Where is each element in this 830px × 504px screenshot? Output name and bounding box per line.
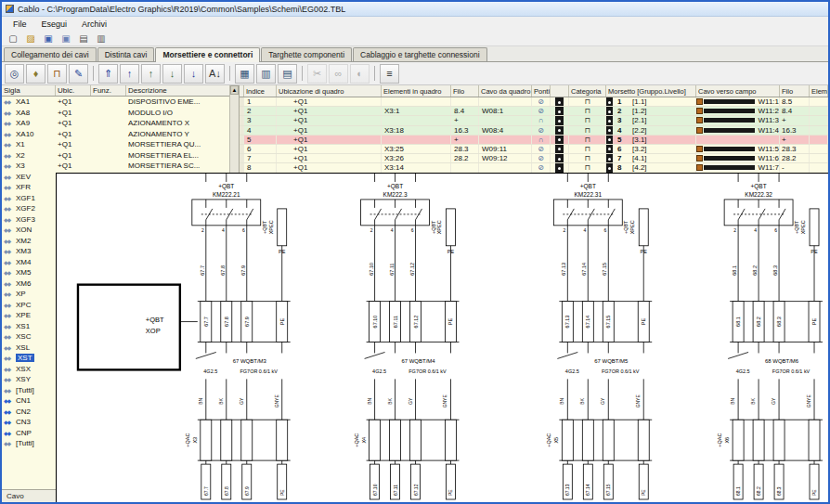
svg-text:+QAC: +QAC [717, 433, 722, 447]
strip-view-1-icon: ▦ [240, 68, 249, 80]
bridge-icon: ∩ [532, 116, 550, 124]
strip-view-3-button[interactable]: ▤ [278, 64, 297, 84]
open-folder-button[interactable]: ▨ [22, 32, 39, 45]
move-bottom-button[interactable]: ↓ [184, 64, 203, 84]
list-item-label: XST [16, 354, 34, 362]
list-item[interactable]: ◆◆XA1+Q1DISPOSITIVO EME... [2, 97, 239, 108]
new-document-button[interactable]: ▢ [5, 32, 21, 45]
list-item[interactable]: ◆◆XA8+Q1MODULO I/O [2, 108, 239, 119]
terminal-edit-button[interactable]: ⊓ [47, 64, 67, 84]
column-header-morsetto[interactable]: Morsetto [Gruppo.Livello] [606, 85, 696, 97]
tab-distinta-cavi[interactable]: Distinta cavi [97, 47, 155, 61]
list-item-sigla: ◆◆XPC [2, 301, 56, 309]
meter-button[interactable]: ◐ [350, 64, 370, 84]
svg-text:68.2: 68.2 [752, 265, 758, 276]
list-item-label: XON [16, 226, 32, 234]
terminal-strip-icon: ◆◆ [4, 226, 16, 233]
menu-item-file[interactable]: File [6, 19, 34, 30]
filter-top-button[interactable]: ⇑ [98, 64, 118, 84]
list-item-sigla: ◆◆XGF1 [2, 194, 56, 202]
save-button[interactable]: ▣ [40, 32, 57, 45]
cell-indice: 3 [244, 116, 277, 124]
cell-cat: ⊓ [569, 107, 606, 115]
list-item-sigla: ◆◆XPE [2, 311, 56, 319]
table-row[interactable]: 7+Q1X3:2628.2W09:12⊘⊓7[4.1]W11:628.2 [240, 154, 828, 163]
left-header-sigla[interactable]: Sigla [2, 85, 56, 96]
table-row[interactable]: 5+Q1+∩⊓5[3.1]+ [240, 136, 828, 145]
move-down-button[interactable]: ↓ [162, 64, 182, 84]
cell-cat: ⊓ [569, 116, 606, 124]
column-header-cverso[interactable]: Cavo verso campo [696, 85, 780, 97]
column-header-indice[interactable]: Indice [244, 85, 277, 97]
table-row[interactable]: 2+Q1X3:18.4W08:1⊘⊓2[1.2]W11:28.4 [240, 107, 828, 116]
list-item-label: [Tutti] [16, 439, 34, 447]
terminal-number: 8 [617, 163, 632, 172]
left-header-funz[interactable]: Funz. [91, 85, 126, 96]
list-item-descr: DISPOSITIVO EME... [126, 97, 239, 106]
column-header-ponti[interactable]: Ponti [532, 85, 551, 97]
list-item-label: XA9 [16, 119, 30, 127]
list-item[interactable]: ◆◆X2+Q1MORSETTIERA EL... [2, 150, 239, 162]
link-button[interactable]: ∞ [329, 64, 348, 84]
terminal-group-level: [3.2] [632, 145, 647, 153]
cut-button[interactable]: ✂ [307, 64, 327, 84]
print-preview-button[interactable]: ▥ [93, 32, 110, 45]
tab-targhette-componenti[interactable]: Targhette componenti [261, 47, 352, 61]
move-down-icon: ↓ [170, 68, 175, 79]
strip-view-1-button[interactable]: ▦ [235, 64, 254, 84]
left-header-descrizione[interactable]: Descrizione [126, 85, 239, 96]
stamp-button[interactable]: ♦ [26, 64, 45, 84]
table-row[interactable]: 6+Q1X3:2528.3W09:11⊘⊓6[3.2]W11:528.3 [240, 145, 828, 154]
menu-button[interactable]: ≡ [380, 64, 399, 84]
column-header-elem[interactable]: Elementi in quadro [382, 85, 451, 97]
cell-cavo: W09:12 [479, 154, 532, 162]
terminal-graphic [606, 163, 613, 172]
print-button[interactable]: ▤ [75, 32, 92, 45]
column-header-eleme[interactable]: Eleme [810, 85, 828, 97]
svg-text:PE: PE [279, 318, 285, 326]
terminal-block-graphic [555, 163, 564, 172]
column-header-cavo[interactable]: Cavo da quadro [479, 85, 532, 97]
move-top-button[interactable]: ↑ [120, 64, 139, 84]
column-header-bridge[interactable] [551, 85, 569, 97]
terminal-number: 3 [617, 116, 632, 124]
svg-text:67.14: 67.14 [585, 316, 590, 329]
pencil-button[interactable]: ✎ [69, 64, 88, 84]
strip-view-2-button[interactable]: ▥ [256, 64, 276, 84]
svg-text:FG7OR 0.6/1 kV: FG7OR 0.6/1 kV [409, 368, 447, 374]
list-item-label: XSY [16, 375, 31, 383]
move-up-button[interactable]: ↑ [141, 64, 161, 84]
table-row[interactable]: 4+Q1X3:1816.3W08:4⊘⊓4[2.2]W11:416.3 [240, 126, 828, 136]
table-row[interactable]: 3+Q1+∩⊓3[2.1]W11:3+ [240, 116, 828, 125]
column-header-filo2[interactable]: Filo [780, 85, 810, 97]
cell-morsetto: 7[4.1] [606, 154, 696, 162]
terminal-strip-icon: ◆◆ [4, 259, 16, 265]
column-header-filo[interactable]: Filo [451, 85, 479, 97]
sort-az-button[interactable]: A↓ [205, 64, 225, 84]
tab-cablaggio-e-targhette-connessioni[interactable]: Cablaggio e targhette connessioni [353, 47, 487, 61]
list-item-sigla: ◆◆XGF2 [2, 204, 56, 213]
list-item[interactable]: ◆◆X1+Q1MORSETTIERA QU... [2, 139, 239, 150]
column-header-ubic[interactable]: Ubicazione di quadro [277, 85, 382, 97]
svg-text:FG7OR 0.6/1 kV: FG7OR 0.6/1 kV [240, 368, 279, 374]
table-row[interactable]: 1+Q1⊘⊓1[1.1]W11:18.5 [240, 97, 828, 107]
scroll-up-icon[interactable]: ▲ [230, 85, 239, 95]
zoom-button[interactable]: ◎ [5, 64, 24, 84]
cable-graphic [704, 128, 755, 133]
column-header-cat[interactable]: Categoria [569, 85, 606, 97]
list-item[interactable]: ◆◆XA9+Q1AZIONAMENTO X [2, 118, 239, 129]
list-item[interactable]: ◆◆X3+Q1MORSETTIERA SC... [2, 161, 239, 172]
menu-item-esegui[interactable]: Esegui [34, 19, 75, 30]
svg-text:+QBT: +QBT [387, 183, 403, 190]
tab-morsettiere-e-connettori[interactable]: Morsettiere e connettori [155, 47, 260, 62]
menu-item-archivi[interactable]: Archivi [74, 19, 114, 30]
save-all-button[interactable]: ▣ [58, 32, 74, 45]
table-row[interactable]: 8+Q1X3:14⊘⊓8[4.2]W11:7- [240, 163, 828, 173]
left-header-ubic[interactable]: Ubic. [56, 85, 91, 96]
cable-label: W11:2 [758, 107, 779, 115]
tab-collegamento-dei-cavi[interactable]: Collegamento dei cavi [4, 47, 97, 61]
svg-text:4: 4 [222, 227, 225, 233]
cell-eleme [810, 163, 828, 172]
new-document-icon: ▢ [8, 33, 17, 44]
list-item[interactable]: ◆◆XA10+Q1AZIONAMENTO Y [2, 129, 239, 140]
